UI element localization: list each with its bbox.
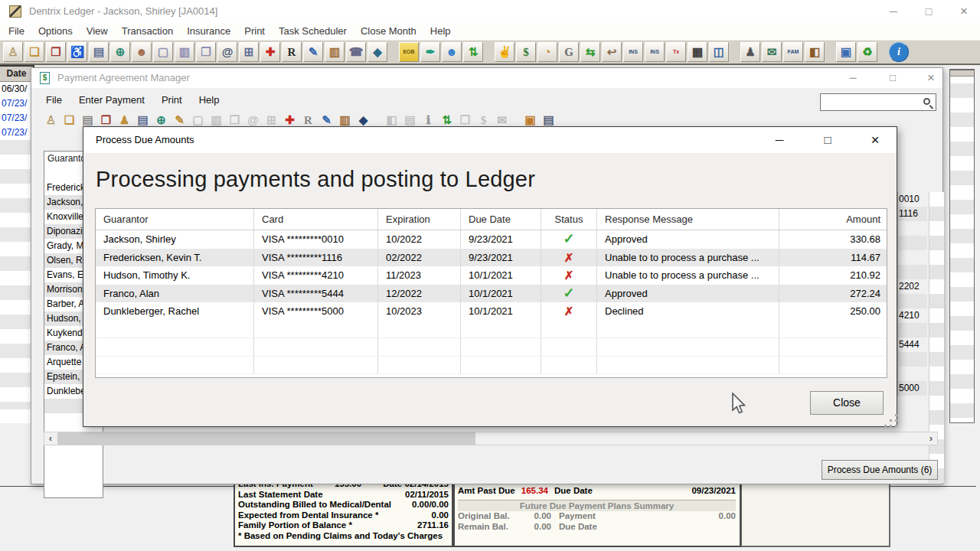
toolbar-icon[interactable]: ⇅ <box>463 42 483 62</box>
toolbar-icon[interactable]: ◧ <box>383 112 400 128</box>
menu-item[interactable]: Transaction <box>115 23 180 40</box>
toolbar-icon[interactable]: ❒ <box>46 42 66 62</box>
toolbar-icon[interactable]: R <box>282 42 302 62</box>
card-fragment-cell[interactable]: 4210 <box>898 308 927 323</box>
toolbar-icon[interactable]: INS <box>623 42 643 62</box>
toolbar-icon[interactable]: ✎ <box>318 112 335 128</box>
toolbar-icon[interactable]: $ <box>516 42 536 62</box>
menu-item[interactable]: Task Scheduler <box>272 23 354 40</box>
resize-grip[interactable] <box>890 419 892 422</box>
toolbar-icon[interactable]: ↩ <box>602 42 622 62</box>
toolbar-icon[interactable]: ◆ <box>354 112 372 128</box>
maximize-icon[interactable]: □ <box>883 68 903 88</box>
close-icon[interactable]: × <box>921 68 941 88</box>
toolbar-icon[interactable]: ♻ <box>858 42 877 62</box>
menu-item[interactable]: Close Month <box>354 23 423 40</box>
process-due-amounts-button[interactable]: Process Due Amounts (6) <box>822 460 938 480</box>
toolbar-icon[interactable]: ❐ <box>456 112 474 128</box>
toolbar-icon[interactable]: ❏ <box>60 112 78 128</box>
toolbar-icon[interactable]: ☻ <box>442 42 462 62</box>
menu-item[interactable]: Print <box>153 90 191 111</box>
card-fragment-cell[interactable] <box>898 221 927 236</box>
toolbar-icon[interactable]: ♿ <box>67 42 87 62</box>
toolbar-icon[interactable]: ✉ <box>762 42 782 62</box>
toolbar-icon[interactable]: ℹ <box>420 112 437 128</box>
card-fragment-cell[interactable] <box>898 250 927 265</box>
scrollbar-thumb[interactable] <box>57 432 475 445</box>
close-icon[interactable]: × <box>952 0 975 23</box>
toolbar-icon[interactable]: ❐ <box>226 112 243 128</box>
card-fragment-cell[interactable] <box>898 367 927 381</box>
toolbar-icon[interactable]: ✉ <box>493 112 511 128</box>
toolbar-icon[interactable]: ▥ <box>336 112 354 128</box>
card-fragment-cell[interactable] <box>898 323 927 337</box>
toolbar-icon[interactable]: ⇆ <box>580 42 600 62</box>
card-fragment-cell[interactable] <box>898 352 927 367</box>
toolbar-icon[interactable]: ♟ <box>740 42 760 62</box>
menu-item[interactable]: File <box>38 90 70 111</box>
column-header[interactable]: Response Message <box>597 209 779 230</box>
close-button[interactable]: Close <box>810 391 884 415</box>
minimize-icon[interactable]: ─ <box>882 0 905 23</box>
maximize-icon[interactable]: □ <box>917 0 940 23</box>
toolbar-icon[interactable]: ✎ <box>303 42 323 62</box>
card-fragment-cell[interactable]: 5444 <box>898 337 927 352</box>
column-header[interactable]: Expiration <box>378 209 461 230</box>
toolbar-icon[interactable]: ⇅ <box>438 112 456 128</box>
column-header[interactable]: Due Date <box>461 209 541 230</box>
menu-item[interactable]: Enter Payment <box>70 90 153 111</box>
minimize-icon[interactable]: ─ <box>769 127 790 153</box>
ledger-date-cell[interactable]: 06/30/ <box>0 82 33 96</box>
table-row[interactable]: Franco, Alan VISA *********5444 12/2022 … <box>96 285 887 303</box>
column-header[interactable]: Guarantor <box>96 209 254 230</box>
toolbar-icon[interactable]: ✒ <box>420 42 440 62</box>
toolbar-icon[interactable]: ▣ <box>521 112 539 128</box>
toolbar-icon[interactable]: ❒ <box>97 112 115 128</box>
toolbar-icon[interactable]: ♙ <box>42 112 60 128</box>
toolbar-icon[interactable]: ☎ <box>346 42 366 62</box>
menu-item[interactable]: View <box>80 23 115 40</box>
card-fragment-cell[interactable] <box>898 294 927 308</box>
toolbar-icon[interactable]: ✌ <box>495 42 514 62</box>
scroll-left-icon[interactable]: ‹ <box>44 432 57 445</box>
toolbar-icon[interactable]: FAM <box>783 42 803 62</box>
menu-item[interactable]: Help <box>191 90 228 111</box>
ledger-date-cell[interactable]: 07/23/ <box>0 126 33 140</box>
toolbar-icon[interactable]: ⊕ <box>110 42 130 62</box>
toolbar-icon[interactable]: i <box>889 42 909 62</box>
toolbar-icon[interactable]: ☻ <box>132 42 152 62</box>
menu-item[interactable]: Insurance <box>180 23 237 40</box>
toolbar-icon[interactable]: INS <box>645 42 665 62</box>
card-fragment-cell[interactable]: 2202 <box>898 279 927 294</box>
toolbar-icon[interactable]: ▤ <box>540 112 557 128</box>
search-input[interactable] <box>820 93 936 111</box>
ledger-date-cell[interactable]: 07/23/ <box>0 96 33 111</box>
date-column-header[interactable]: Date <box>0 67 33 82</box>
toolbar-icon[interactable]: ❏ <box>24 42 44 62</box>
table-row[interactable]: Fredericksen, Kevin T. VISA *********111… <box>96 249 887 267</box>
card-fragment-cell[interactable]: 0010 <box>898 192 927 207</box>
toolbar-icon[interactable]: ▥ <box>325 42 345 62</box>
card-fragment-cell[interactable] <box>898 265 927 279</box>
toolbar-icon[interactable]: Tx <box>666 42 686 62</box>
menu-item[interactable]: File <box>2 23 31 40</box>
toolbar-icon[interactable]: ▤ <box>89 42 109 62</box>
close-icon[interactable]: × <box>864 127 886 153</box>
toolbar-icon[interactable]: ✚ <box>260 42 280 62</box>
maximize-icon[interactable]: □ <box>817 127 838 153</box>
toolbar-icon[interactable]: ♟ <box>116 112 133 128</box>
menu-item[interactable]: Help <box>423 23 458 40</box>
toolbar-icon[interactable]: G <box>559 42 579 62</box>
card-fragment-cell[interactable]: 1116 <box>898 207 927 221</box>
table-row[interactable]: Jackson, Shirley VISA *********0010 10/2… <box>96 230 887 249</box>
toolbar-icon[interactable]: ◆ <box>368 42 387 62</box>
toolbar-icon[interactable]: ◧ <box>805 42 825 62</box>
toolbar-icon[interactable]: ⊞ <box>239 42 259 62</box>
card-fragment-cell[interactable] <box>898 236 927 250</box>
column-header[interactable]: Amount <box>779 209 887 230</box>
card-fragment-cell[interactable]: 5000 <box>898 381 927 396</box>
toolbar-icon[interactable]: ▥ <box>207 112 225 128</box>
menu-item[interactable]: Options <box>31 23 80 40</box>
toolbar-icon[interactable]: ▢ <box>153 42 173 62</box>
toolbar-icon[interactable]: ▥ <box>175 42 194 62</box>
